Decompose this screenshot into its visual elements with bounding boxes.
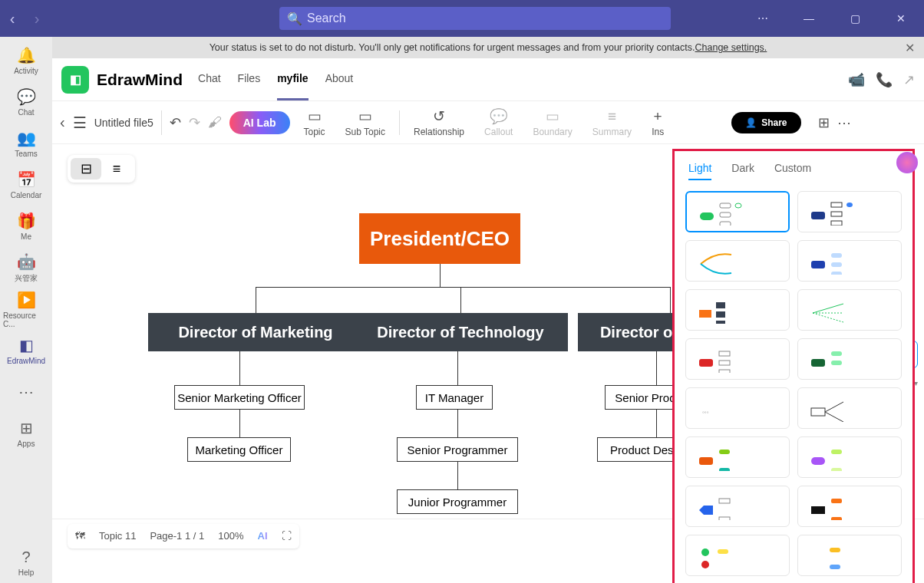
theme-16[interactable] (797, 535, 902, 576)
fullscreen-icon[interactable]: ⛶ (282, 530, 292, 542)
node-sp[interactable]: Senior Programmer (397, 437, 518, 462)
theme-12[interactable] (797, 436, 902, 478)
paint-icon[interactable]: 🖌 (208, 114, 222, 130)
rail-apps[interactable]: ⊞Apps (3, 413, 49, 454)
tab-files[interactable]: Files (238, 58, 261, 100)
svg-rect-34 (831, 468, 842, 471)
theme-11[interactable] (685, 436, 790, 478)
rail-resource[interactable]: ▶️Resource C... (3, 288, 49, 330)
theme-10[interactable] (797, 387, 902, 429)
menu-icon[interactable]: ☰ (73, 114, 87, 132)
svg-rect-39 (831, 499, 842, 503)
tb-relationship[interactable]: ↺Relationship (408, 107, 470, 137)
svg-text:◦◦◦: ◦◦◦ (702, 409, 709, 416)
map-icon[interactable]: 🗺 (75, 530, 85, 542)
layout-toggle: ⊟ ≡ (68, 155, 135, 183)
theme-8[interactable] (797, 338, 902, 380)
more-icon[interactable]: ⋯ (837, 114, 851, 131)
search-input[interactable]: 🔍 Search (279, 7, 671, 30)
node-smo[interactable]: Senior Marketing Officer (174, 385, 305, 410)
theme-15[interactable] (685, 535, 790, 576)
theme-1[interactable] (685, 191, 790, 232)
maximize-button[interactable]: ▢ (841, 5, 869, 32)
titlebar: ‹ › 🔍 Search ⋯ — ▢ ✕ (0, 0, 924, 37)
svg-rect-14 (699, 310, 711, 318)
svg-rect-40 (831, 517, 842, 520)
sb-zoom[interactable]: 100% (218, 530, 243, 542)
sb-topic: Topic 11 (99, 530, 136, 542)
grid-icon[interactable]: ⊞ (818, 114, 830, 131)
layout-list[interactable]: ≡ (101, 158, 132, 180)
node-dir-technology[interactable]: Director of Technology (353, 313, 568, 351)
svg-rect-12 (831, 262, 842, 267)
theme-9[interactable]: ◦◦◦ (685, 387, 790, 429)
node-jp[interactable]: Junior Programmer (397, 489, 518, 514)
call-icon[interactable]: 📞 (876, 71, 893, 88)
tb-summary[interactable]: ≡Summary (586, 108, 638, 137)
forward-button[interactable]: › (25, 6, 49, 31)
svg-point-41 (701, 548, 709, 556)
redo-icon[interactable]: ↷ (189, 114, 200, 131)
theme-13[interactable] (685, 486, 790, 527)
share-icon: 👤 (745, 117, 757, 128)
tab-chat[interactable]: Chat (198, 58, 221, 100)
back-icon[interactable]: ‹ (60, 114, 65, 131)
svg-line-28 (825, 412, 843, 422)
tb-topic[interactable]: ▭Topic (298, 107, 332, 137)
svg-rect-36 (719, 499, 730, 503)
rail-activity[interactable]: 🔔Activity (3, 40, 49, 81)
rail-me[interactable]: 🎁Me (3, 206, 49, 247)
user-avatar[interactable] (896, 152, 918, 173)
rail-more[interactable]: ⋯ (3, 371, 49, 413)
ai-lab-button[interactable]: AI Lab (229, 111, 290, 134)
layout-mindmap[interactable]: ⊟ (71, 158, 101, 180)
svg-rect-43 (718, 549, 728, 554)
node-itm[interactable]: IT Manager (416, 385, 493, 410)
theme-7[interactable] (685, 338, 790, 380)
rail-calendar[interactable]: 📅Calendar (3, 164, 49, 206)
theme-4[interactable] (797, 240, 902, 282)
svg-rect-2 (720, 212, 731, 217)
svg-rect-19 (719, 351, 730, 356)
theme-14[interactable] (797, 486, 902, 527)
theme-5[interactable] (685, 289, 790, 331)
theme-2[interactable] (797, 191, 902, 232)
svg-marker-35 (699, 506, 713, 515)
undo-icon[interactable]: ↶ (170, 114, 181, 131)
popout-icon[interactable]: ↗ (903, 71, 915, 88)
video-icon[interactable]: 📹 (848, 71, 865, 88)
banner-close[interactable]: ✕ (905, 41, 915, 55)
node-mo[interactable]: Marketing Officer (187, 437, 291, 462)
rail-xgj[interactable]: 🤖兴管家 (3, 247, 49, 288)
theme-tab-custom[interactable]: Custom (774, 162, 811, 180)
svg-rect-1 (720, 203, 731, 208)
rail-teams[interactable]: 👥Teams (3, 123, 49, 164)
tb-callout[interactable]: 💬Callout (478, 107, 519, 137)
tb-boundary[interactable]: ▭Boundary (526, 107, 578, 137)
theme-tab-dark[interactable]: Dark (731, 162, 754, 180)
theme-3[interactable] (685, 240, 790, 282)
back-button[interactable]: ‹ (0, 6, 25, 31)
close-button[interactable]: ✕ (887, 5, 915, 32)
more-button[interactable]: ⋯ (749, 5, 777, 32)
tab-myfile[interactable]: myfile (277, 58, 308, 100)
banner-link[interactable]: Change settings. (695, 42, 767, 53)
ai-icon[interactable]: AI (258, 530, 268, 542)
minimize-button[interactable]: — (795, 5, 823, 32)
tb-insert[interactable]: +Ins (645, 108, 670, 137)
theme-6[interactable] (797, 289, 902, 331)
node-dir-marketing[interactable]: Director of Marketing (148, 313, 363, 351)
rail-edrawmind[interactable]: ◧EdrawMind (3, 330, 49, 371)
status-banner: Your status is set to do not disturb. Yo… (52, 37, 924, 58)
svg-rect-22 (811, 359, 825, 367)
tb-subtopic[interactable]: ▭Sub Topic (339, 107, 391, 137)
rail-chat[interactable]: 💬Chat (3, 81, 49, 123)
svg-rect-8 (831, 221, 842, 226)
share-button[interactable]: 👤Share (731, 112, 800, 133)
rail-help[interactable]: ?Help (3, 542, 49, 583)
node-ceo[interactable]: President/CEO (359, 213, 520, 264)
theme-tab-light[interactable]: Light (688, 162, 711, 180)
tab-about[interactable]: About (325, 58, 354, 100)
search-placeholder: Search (307, 12, 346, 25)
svg-rect-16 (716, 311, 725, 318)
